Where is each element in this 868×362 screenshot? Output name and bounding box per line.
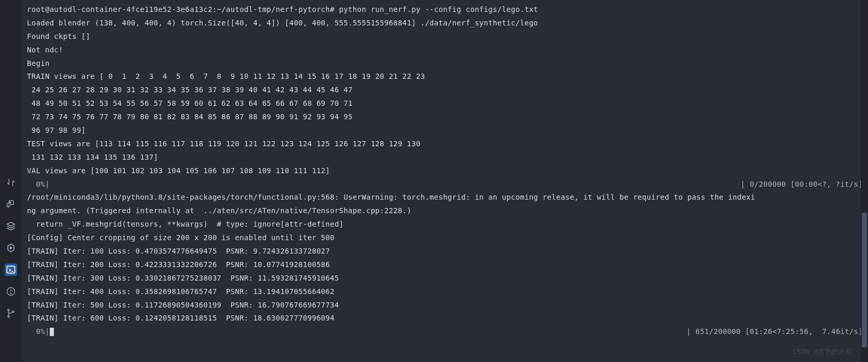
terminal-line: VAL views are [100 101 102 103 104 105 1… bbox=[27, 164, 863, 178]
svg-point-9 bbox=[8, 310, 9, 311]
terminal-line: [TRAIN] Iter: 400 Loss: 0.35826981067657… bbox=[27, 285, 863, 299]
terminal-icon[interactable] bbox=[5, 263, 17, 276]
progress-right: | 0/200000 [00:00<?, ?it/s] bbox=[741, 178, 863, 191]
terminal-line: 131 132 133 134 135 136 137] bbox=[27, 151, 863, 164]
progress-left: 0%| bbox=[27, 178, 50, 191]
svg-rect-4 bbox=[7, 266, 15, 273]
terminal-line: Begin bbox=[27, 57, 863, 71]
sidebar bbox=[0, 0, 22, 362]
cursor-icon bbox=[50, 328, 54, 336]
terminal-pane[interactable]: root@autodl-container-4fce119e52-3e6a13c… bbox=[22, 0, 868, 362]
terminal-line: Loaded blender (138, 400, 400, 4) torch.… bbox=[27, 17, 863, 30]
terminal-line: return _VF.meshgrid(tensors, **kwargs) #… bbox=[27, 218, 863, 231]
terminal-line: [TRAIN] Iter: 500 Loss: 0.11726890504360… bbox=[27, 299, 863, 312]
terminal-line: TEST views are [113 114 115 116 117 118 … bbox=[27, 137, 863, 151]
svg-point-10 bbox=[8, 316, 9, 317]
terminal-line: [TRAIN] Iter: 100 Loss: 0.47035747766494… bbox=[27, 245, 863, 258]
terminal-line: [TRAIN] Iter: 200 Loss: 0.42233313322067… bbox=[27, 258, 863, 272]
progress-bar-2: 0%| | 651/200000 [01:26<7:25:56, 7.46it/… bbox=[27, 325, 863, 339]
svg-point-0 bbox=[9, 201, 10, 202]
swap-icon[interactable] bbox=[5, 176, 17, 189]
svg-marker-1 bbox=[7, 222, 15, 227]
terminal-line: 24 25 26 27 28 29 30 31 32 33 34 35 36 3… bbox=[27, 83, 863, 97]
terminal-line: TRAIN views are [ 0 1 2 3 4 5 6 7 8 9 10… bbox=[27, 70, 863, 83]
layers-icon[interactable] bbox=[5, 220, 17, 232]
terminal-line: 48 49 50 51 52 53 54 55 56 57 58 59 60 6… bbox=[27, 97, 863, 110]
svg-point-8 bbox=[10, 293, 11, 294]
svg-marker-3 bbox=[10, 247, 12, 249]
terminal-line: root@autodl-container-4fce119e52-3e6a13c… bbox=[27, 3, 863, 17]
terminal-line: Not ndc! bbox=[27, 44, 863, 57]
terminal-line: /root/miniconda3/lib/python3.8/site-pack… bbox=[27, 191, 863, 204]
terminal-line: 72 73 74 75 76 77 78 79 80 81 82 83 84 8… bbox=[27, 110, 863, 124]
progress-bar-1: 0%| | 0/200000 [00:00<?, ?it/s] bbox=[27, 178, 863, 191]
play-hex-icon[interactable] bbox=[5, 242, 17, 254]
python-icon[interactable] bbox=[5, 198, 17, 211]
terminal-line: [Config] Center cropping of size 200 x 2… bbox=[27, 231, 863, 245]
terminal-line: ng argument. (Triggered internally at ..… bbox=[27, 204, 863, 218]
terminal-line: 96 97 98 99] bbox=[27, 124, 863, 137]
terminal-line: [TRAIN] Iter: 300 Loss: 0.33021867275238… bbox=[27, 272, 863, 285]
terminal-line: [TRAIN] Iter: 600 Loss: 0.12420581281185… bbox=[27, 312, 863, 325]
branch-icon[interactable] bbox=[5, 307, 17, 319]
progress-2-left: 0%| bbox=[27, 327, 50, 336]
watermark: CSDN @灾热的火叔 bbox=[793, 345, 852, 358]
progress-2-right: | 651/200000 [01:26<7:25:56, 7.46it/s] bbox=[687, 325, 863, 339]
scroll-thumb[interactable] bbox=[862, 213, 867, 347]
terminal-line: Found ckpts [] bbox=[27, 30, 863, 44]
scrollbar[interactable] bbox=[861, 0, 868, 362]
alert-icon[interactable] bbox=[5, 285, 17, 298]
